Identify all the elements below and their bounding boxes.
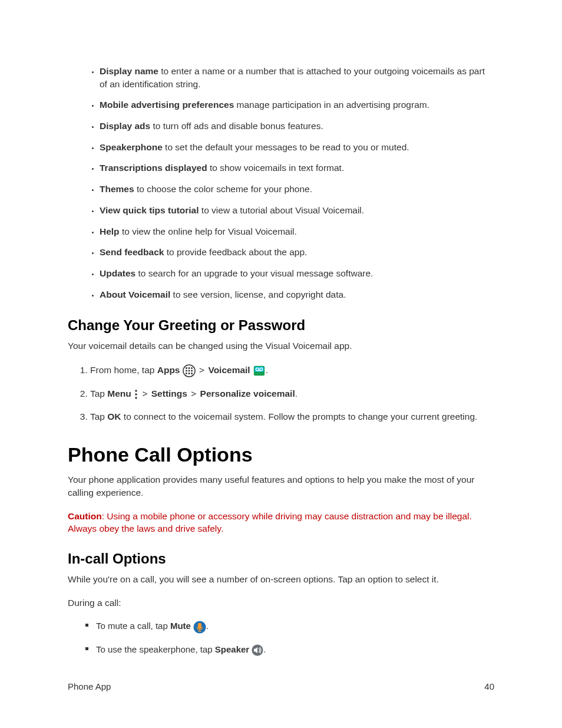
separator: >: [196, 365, 209, 375]
item-desc: manage participation in an advertising p…: [234, 100, 429, 110]
item-desc: to view a tutorial about Visual Voicemai…: [199, 205, 365, 215]
incall-actions-list: To mute a call, tap Mute . To use the sp…: [68, 620, 494, 656]
list-item: Help to view the online help for Visual …: [100, 225, 494, 238]
list-item: Display name to enter a name or a number…: [100, 65, 494, 90]
speaker-label: Speaker: [215, 644, 249, 654]
list-item: Send feedback to provide feedback about …: [100, 246, 494, 259]
item-label: Transcriptions displayed: [100, 163, 207, 173]
footer-page-number: 40: [484, 681, 494, 691]
text: Tap: [90, 411, 107, 421]
apps-icon: [183, 364, 196, 377]
menu-label: Menu: [107, 388, 131, 398]
incall-intro-text: While you're on a call, you will see a n…: [68, 573, 494, 586]
personalize-label: Personalize voicemail: [200, 388, 295, 398]
heading-incall-options: In-call Options: [68, 551, 494, 567]
text: .: [206, 621, 209, 631]
item-label: Display name: [100, 66, 158, 76]
caution-body: : Using a mobile phone or accessory whil…: [68, 511, 472, 534]
step-1: From home, tap Apps > Voicemail .: [90, 363, 494, 377]
item-label: View quick tips tutorial: [100, 205, 199, 215]
text: To mute a call, tap: [96, 621, 170, 631]
settings-label: Settings: [151, 388, 187, 398]
item-desc: to see version, license, and copyright d…: [170, 289, 346, 299]
text: to connect to the voicemail system. Foll…: [121, 411, 478, 421]
separator: >: [187, 388, 200, 398]
list-item: To mute a call, tap Mute .: [85, 620, 494, 633]
text: .: [266, 365, 268, 375]
mute-label: Mute: [170, 621, 191, 631]
list-item: Speakerphone to set the default your mes…: [100, 141, 494, 154]
voicemail-label: Voicemail: [208, 365, 250, 375]
item-label: Speakerphone: [100, 142, 163, 152]
greeting-intro-text: Your voicemail details can be changed us…: [68, 340, 494, 353]
item-label: Updates: [100, 268, 135, 278]
text: From home, tap: [90, 365, 157, 375]
list-item: Transcriptions displayed to show voicema…: [100, 162, 494, 174]
item-label: Display ads: [100, 121, 150, 131]
speaker-icon: [252, 644, 263, 656]
item-desc: to choose the color scheme for your phon…: [134, 184, 312, 194]
menu-overflow-icon: [134, 389, 138, 400]
item-label: Themes: [100, 184, 134, 194]
during-call-text: During a call:: [68, 597, 494, 610]
item-label: Mobile advertising preferences: [100, 100, 234, 110]
item-desc: to set the default your messages to be r…: [163, 142, 409, 152]
page-footer: Phone App 40: [68, 681, 494, 691]
text: .: [295, 388, 297, 398]
caution-text: Caution: Using a mobile phone or accesso…: [68, 510, 494, 535]
separator: >: [138, 388, 151, 398]
greeting-steps: From home, tap Apps > Voicemail . Tap Me…: [68, 363, 494, 423]
apps-label: Apps: [157, 365, 180, 375]
item-label: Help: [100, 226, 120, 236]
heading-change-greeting: Change Your Greeting or Password: [68, 317, 494, 334]
footer-section-title: Phone App: [68, 681, 111, 691]
item-desc: to search for an upgrade to your visual …: [135, 268, 373, 278]
item-desc: to view the online help for Visual Voice…: [120, 226, 297, 236]
step-2: Tap Menu > Settings > Personalize voicem…: [90, 387, 494, 400]
list-item: About Voicemail to see version, license,…: [100, 288, 494, 301]
item-desc: to provide feedback about the app.: [164, 247, 307, 257]
list-item: Display ads to turn off ads and disable …: [100, 120, 494, 133]
mute-icon: [193, 621, 206, 634]
list-item: Updates to search for an upgrade to your…: [100, 267, 494, 280]
page-content: Display name to enter a name or a number…: [0, 0, 562, 656]
text: Tap: [90, 388, 107, 398]
phone-call-intro-text: Your phone application provides many use…: [68, 473, 494, 499]
list-item: To use the speakerphone, tap Speaker .: [85, 643, 494, 657]
item-label: About Voicemail: [100, 289, 170, 299]
step-3: Tap OK to connect to the voicemail syste…: [90, 410, 494, 423]
caution-label: Caution: [68, 511, 102, 521]
item-desc: to show voicemails in text format.: [207, 163, 345, 173]
voicemail-icon: [253, 365, 266, 377]
voicemail-settings-list: Display name to enter a name or a number…: [68, 65, 494, 301]
list-item: View quick tips tutorial to view a tutor…: [100, 204, 494, 217]
item-label: Send feedback: [100, 247, 164, 257]
text: .: [263, 644, 266, 654]
heading-phone-call-options: Phone Call Options: [68, 443, 494, 466]
list-item: Themes to choose the color scheme for yo…: [100, 183, 494, 196]
text: To use the speakerphone, tap: [96, 644, 215, 654]
list-item: Mobile advertising preferences manage pa…: [100, 98, 494, 111]
ok-label: OK: [107, 411, 121, 421]
item-desc: to turn off ads and disable bonus featur…: [150, 121, 323, 131]
